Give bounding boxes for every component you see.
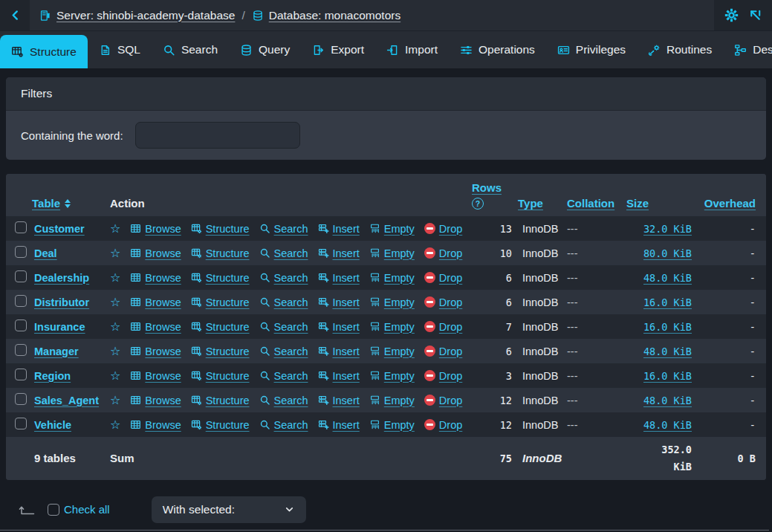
sort-overhead-link[interactable]: Overhead xyxy=(704,197,756,210)
action-insert-link[interactable]: Insert xyxy=(318,395,360,406)
row-size-link[interactable]: 48.0 KiB xyxy=(643,419,692,431)
action-drop-link[interactable]: Drop xyxy=(424,247,462,259)
table-name-link[interactable]: Dealership xyxy=(34,272,89,284)
tab-designer[interactable]: Designer xyxy=(723,31,772,68)
favorite-star-icon[interactable]: ☆ xyxy=(110,395,120,406)
favorite-star-icon[interactable]: ☆ xyxy=(110,370,120,382)
table-name-link[interactable]: Distributor xyxy=(34,296,89,308)
row-size-link[interactable]: 80.0 KiB xyxy=(643,247,692,259)
with-selected-select[interactable]: With selected: xyxy=(152,496,306,523)
action-empty-link[interactable]: Empty xyxy=(369,419,415,431)
table-name-link[interactable]: Customer xyxy=(34,223,85,235)
table-name-link[interactable]: Region xyxy=(34,370,71,382)
action-drop-link[interactable]: Drop xyxy=(424,346,462,357)
favorite-star-icon[interactable]: ☆ xyxy=(110,346,120,357)
action-browse-link[interactable]: Browse xyxy=(130,395,181,406)
sort-rows-link[interactable]: Rows xyxy=(472,181,502,194)
action-browse-link[interactable]: Browse xyxy=(130,419,181,431)
action-empty-link[interactable]: Empty xyxy=(369,223,415,235)
action-search-link[interactable]: Search xyxy=(259,223,308,235)
tab-routines[interactable]: Routines xyxy=(637,31,723,68)
table-name-link[interactable]: Insurance xyxy=(34,321,85,333)
favorite-star-icon[interactable]: ☆ xyxy=(110,296,120,308)
row-checkbox[interactable] xyxy=(15,418,27,429)
row-checkbox[interactable] xyxy=(15,270,27,282)
action-insert-link[interactable]: Insert xyxy=(318,296,360,308)
action-empty-link[interactable]: Empty xyxy=(369,296,415,308)
action-structure-link[interactable]: Structure xyxy=(191,321,250,333)
row-size-link[interactable]: 48.0 KiB xyxy=(643,346,692,357)
favorite-star-icon[interactable]: ☆ xyxy=(110,419,120,431)
row-size-link[interactable]: 16.0 KiB xyxy=(643,296,692,308)
row-checkbox[interactable] xyxy=(15,319,27,331)
action-drop-link[interactable]: Drop xyxy=(424,272,462,284)
table-name-link[interactable]: Manager xyxy=(34,346,79,357)
action-search-link[interactable]: Search xyxy=(259,395,308,406)
tab-sql[interactable]: SQL xyxy=(88,31,152,68)
favorite-star-icon[interactable]: ☆ xyxy=(110,223,120,235)
table-name-link[interactable]: Vehicle xyxy=(34,419,71,431)
action-browse-link[interactable]: Browse xyxy=(130,346,181,357)
action-insert-link[interactable]: Insert xyxy=(318,419,360,431)
action-browse-link[interactable]: Browse xyxy=(130,370,181,382)
table-name-link[interactable]: Deal xyxy=(34,247,57,259)
action-structure-link[interactable]: Structure xyxy=(191,247,250,259)
action-structure-link[interactable]: Structure xyxy=(191,395,250,406)
back-button[interactable] xyxy=(0,0,30,30)
action-drop-link[interactable]: Drop xyxy=(424,395,462,406)
action-structure-link[interactable]: Structure xyxy=(191,346,250,357)
action-empty-link[interactable]: Empty xyxy=(369,247,415,259)
check-all-label[interactable]: Check all xyxy=(64,503,110,516)
filter-word-input[interactable] xyxy=(135,122,300,149)
action-browse-link[interactable]: Browse xyxy=(130,223,181,235)
action-empty-link[interactable]: Empty xyxy=(369,272,415,284)
table-name-link[interactable]: Sales_Agent xyxy=(34,395,99,406)
action-search-link[interactable]: Search xyxy=(259,247,308,259)
action-search-link[interactable]: Search xyxy=(259,419,308,431)
breadcrumb-server-link[interactable]: Server: shinobi-academy-database xyxy=(39,9,235,22)
row-size-link[interactable]: 48.0 KiB xyxy=(643,272,692,284)
tab-privileges[interactable]: Privileges xyxy=(546,31,637,68)
action-drop-link[interactable]: Drop xyxy=(424,419,462,431)
action-insert-link[interactable]: Insert xyxy=(318,272,360,284)
action-structure-link[interactable]: Structure xyxy=(191,296,250,308)
row-checkbox[interactable] xyxy=(15,393,27,405)
action-insert-link[interactable]: Insert xyxy=(318,223,360,235)
action-browse-link[interactable]: Browse xyxy=(130,272,181,284)
action-structure-link[interactable]: Structure xyxy=(191,370,250,382)
favorite-star-icon[interactable]: ☆ xyxy=(110,247,120,259)
action-empty-link[interactable]: Empty xyxy=(369,370,415,382)
help-icon[interactable]: ? xyxy=(472,198,484,210)
tab-import[interactable]: Import xyxy=(375,31,449,68)
sort-size-link[interactable]: Size xyxy=(626,197,649,210)
settings-button[interactable] xyxy=(721,4,742,26)
action-structure-link[interactable]: Structure xyxy=(191,223,250,235)
action-search-link[interactable]: Search xyxy=(259,296,308,308)
row-checkbox[interactable] xyxy=(15,344,27,356)
action-drop-link[interactable]: Drop xyxy=(424,223,462,235)
sort-type-link[interactable]: Type xyxy=(518,197,543,210)
row-size-link[interactable]: 32.0 KiB xyxy=(643,223,692,235)
action-drop-link[interactable]: Drop xyxy=(424,321,462,333)
row-checkbox[interactable] xyxy=(15,295,27,307)
row-size-link[interactable]: 16.0 KiB xyxy=(643,370,692,382)
action-structure-link[interactable]: Structure xyxy=(191,272,250,284)
row-checkbox[interactable] xyxy=(15,221,27,233)
tab-search[interactable]: Search xyxy=(152,31,229,68)
action-search-link[interactable]: Search xyxy=(259,370,308,382)
action-search-link[interactable]: Search xyxy=(259,346,308,357)
row-size-link[interactable]: 16.0 KiB xyxy=(643,321,692,333)
action-drop-link[interactable]: Drop xyxy=(424,296,462,308)
action-search-link[interactable]: Search xyxy=(259,321,308,333)
action-empty-link[interactable]: Empty xyxy=(369,395,415,406)
tab-operations[interactable]: Operations xyxy=(449,31,546,68)
favorite-star-icon[interactable]: ☆ xyxy=(110,321,120,333)
collapse-button[interactable] xyxy=(745,5,765,25)
check-all-checkbox[interactable] xyxy=(48,504,59,516)
action-insert-link[interactable]: Insert xyxy=(318,346,360,357)
action-empty-link[interactable]: Empty xyxy=(369,346,415,357)
sort-table-link[interactable]: Table xyxy=(32,197,60,210)
row-size-link[interactable]: 48.0 KiB xyxy=(643,395,692,406)
sort-collation-link[interactable]: Collation xyxy=(567,197,614,210)
action-insert-link[interactable]: Insert xyxy=(318,370,360,382)
